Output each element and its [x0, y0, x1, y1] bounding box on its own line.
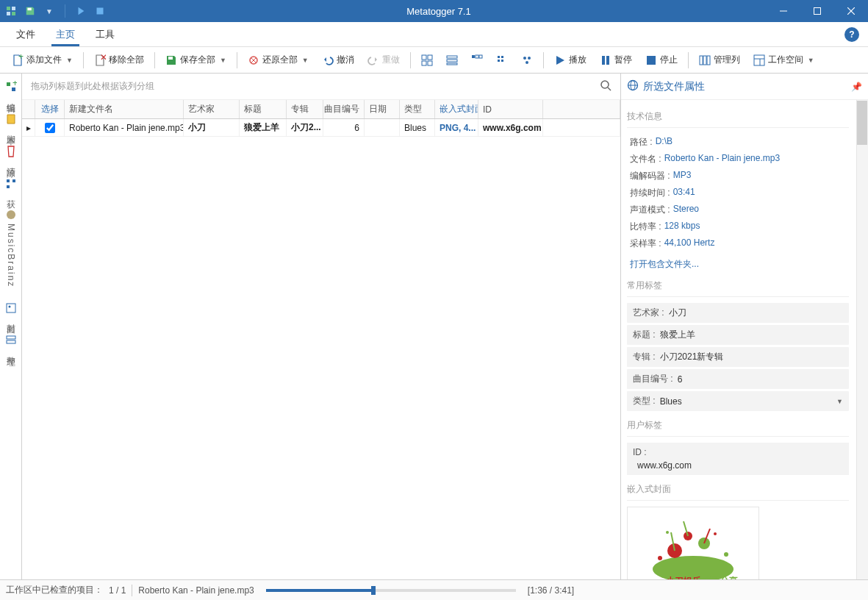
cell-file[interactable]: Roberto Kan - Plain jene.mp3 — [65, 119, 184, 136]
field-type[interactable]: 类型 :Blues▼ — [627, 391, 849, 411]
view-list-icon[interactable] — [440, 51, 464, 69]
row-expander[interactable]: ▸ — [22, 119, 35, 136]
pause-button[interactable]: 暂停 — [594, 51, 638, 69]
undo-button[interactable]: 撤消 — [316, 51, 360, 69]
cell-id[interactable]: www.x6g.com — [478, 119, 543, 136]
group-panel[interactable]: 拖动列标题到此处根据该列分组 — [22, 74, 620, 100]
svg-point-29 — [528, 57, 531, 60]
cell-cover[interactable]: PNG, 4... — [435, 119, 478, 136]
redo-icon — [367, 54, 379, 66]
add-files-button[interactable]: +添加文件▼ — [6, 51, 79, 69]
cell-artist[interactable]: 小刀 — [184, 119, 240, 136]
col-artist[interactable]: 艺术家 — [184, 100, 240, 118]
table-row[interactable]: ▸ Roberto Kan - Plain jene.mp3 小刀 狼爱上羊 小… — [22, 119, 620, 137]
view-small-icon[interactable] — [490, 51, 514, 69]
svg-point-48 — [8, 306, 10, 308]
open-folder-link[interactable]: 打开包含文件夹... — [627, 252, 849, 274]
col-cover[interactable]: 嵌入式封面 — [435, 100, 478, 118]
view-hex-icon[interactable] — [515, 51, 539, 69]
clean-icon — [5, 146, 17, 157]
playback-slider[interactable] — [266, 589, 516, 592]
cell-title[interactable]: 狼爱上羊 — [240, 119, 287, 136]
svg-rect-3 — [12, 12, 15, 15]
manage-columns-button[interactable]: 管理列 — [693, 51, 746, 69]
section-common: 常用标签 — [627, 274, 849, 297]
save-all-button[interactable]: 保存全部▼ — [159, 51, 232, 69]
sidebar-item-organize[interactable]: 整理 — [3, 332, 18, 355]
label: 暂停 — [614, 54, 632, 66]
cell-track[interactable]: 6 — [323, 119, 365, 136]
play-icon[interactable] — [74, 4, 87, 18]
organize-icon — [5, 335, 17, 346]
cover-art[interactable]: 小刀娱乐 乐于分享 — [627, 507, 759, 579]
svg-rect-0 — [7, 7, 10, 10]
slider-thumb[interactable] — [371, 586, 376, 595]
field-title[interactable]: 标题 :狼爱上羊 — [627, 325, 849, 345]
scrollbar[interactable] — [856, 100, 868, 579]
workspace-button[interactable]: 工作空间▼ — [747, 51, 820, 69]
col-title[interactable]: 标题 — [240, 100, 287, 118]
view-grid-icon[interactable] — [465, 51, 489, 69]
col-select[interactable]: 选择 — [35, 100, 65, 118]
field-album[interactable]: 专辑 :小刀2021新专辑 — [627, 347, 849, 367]
play-button[interactable]: 播放 — [548, 51, 592, 69]
row-checkbox[interactable] — [35, 119, 65, 136]
remove-all-button[interactable]: ✕移除全部 — [88, 51, 150, 69]
menu-tools[interactable]: 工具 — [85, 22, 125, 46]
app-icon — [4, 4, 18, 18]
col-expand[interactable] — [22, 100, 35, 118]
col-newfile[interactable]: 新建文件名 — [65, 100, 184, 118]
view-large-icon[interactable] — [415, 51, 439, 69]
col-track[interactable]: 曲目编号 — [323, 100, 365, 118]
get-icon — [5, 178, 17, 190]
save-icon[interactable] — [24, 4, 37, 18]
close-button[interactable] — [834, 0, 868, 22]
chevron-down-icon: ▼ — [220, 57, 226, 64]
svg-rect-34 — [700, 56, 703, 65]
chevron-down-icon: ▼ — [808, 57, 814, 64]
sidebar-item-cover[interactable]: 封面 — [3, 299, 18, 323]
sidebar-item-get[interactable]: 获 — [3, 175, 18, 197]
field-track[interactable]: 曲目编号 :6 — [627, 369, 849, 389]
label: 整理 — [4, 349, 17, 352]
restore-all-button[interactable]: 还原全部▼ — [242, 51, 315, 69]
sidebar-item-clean[interactable]: 清除 — [3, 143, 18, 166]
scrollbar-thumb[interactable] — [857, 101, 867, 145]
stop-button[interactable]: 停止 — [639, 51, 684, 69]
label: MusicBrainz — [6, 224, 16, 288]
col-album[interactable]: 专辑 — [287, 100, 323, 118]
toolbar: +添加文件▼ ✕移除全部 保存全部▼ 还原全部▼ 撤消 重做 播放 暂停 停止 … — [0, 47, 868, 74]
chevron-down-icon[interactable]: ▼ — [836, 398, 843, 405]
col-id[interactable]: ID — [478, 100, 543, 118]
svg-rect-49 — [7, 336, 15, 339]
menu-home[interactable]: 主页 — [46, 22, 85, 46]
stop-icon — [645, 54, 657, 66]
help-icon[interactable]: ? — [844, 27, 859, 42]
cell-album[interactable]: 小刀2... — [287, 119, 323, 136]
field-artist[interactable]: 艺术家 :小刀 — [627, 303, 849, 323]
svg-rect-14 — [422, 55, 426, 60]
svg-rect-25 — [501, 56, 503, 58]
stop-icon[interactable] — [93, 4, 107, 18]
svg-rect-19 — [447, 60, 457, 62]
cell-date[interactable] — [365, 119, 400, 136]
field-user-id[interactable]: ID : www.x6g.com — [627, 443, 849, 475]
svg-point-30 — [526, 61, 528, 64]
cover-icon — [5, 302, 17, 314]
minimize-button[interactable] — [767, 0, 800, 22]
status-file: Roberto Kan - Plain jene.mp3 — [138, 585, 254, 596]
sidebar-item-edit[interactable]: +编辑 — [3, 78, 18, 101]
search-icon[interactable] — [600, 79, 611, 94]
svg-rect-35 — [703, 56, 706, 65]
value[interactable]: www.x6g.com — [633, 457, 843, 471]
menu-file[interactable]: 文件 — [6, 22, 46, 46]
sidebar-item-script[interactable]: 脚本 — [3, 110, 18, 134]
info-samplerate: 采样率 :44,100 Hertz — [627, 235, 849, 252]
maximize-button[interactable] — [800, 0, 834, 22]
sidebar-item-musicbrainz[interactable]: MusicBrainz — [4, 206, 18, 290]
col-date[interactable]: 日期 — [365, 100, 400, 118]
cell-type[interactable]: Blues — [400, 119, 435, 136]
col-type[interactable]: 类型 — [400, 100, 435, 118]
chevron-down-icon[interactable]: ▼ — [43, 4, 56, 18]
pin-icon[interactable]: 📌 — [851, 82, 862, 92]
